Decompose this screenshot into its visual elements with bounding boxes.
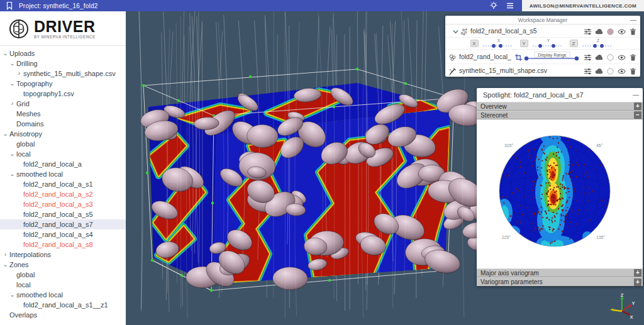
sidebar-item-label: fold2_rand_local_a_s8 — [23, 240, 93, 250]
axis-range-slider[interactable]: Z — [579, 38, 616, 49]
chevron-down-icon[interactable]: ⌄ — [8, 149, 16, 159]
axis-chip[interactable]: Y — [520, 40, 528, 47]
visibility-eye-icon[interactable] — [618, 53, 626, 61]
workspace-manager-title: Workspace Manager — [459, 17, 626, 23]
collapse-button[interactable]: − — [634, 111, 641, 119]
chevron-down-icon[interactable]: ⌄ — [8, 79, 16, 89]
chevron-down-icon[interactable]: ⌄ — [1, 260, 9, 270]
crop-icon[interactable] — [514, 53, 523, 61]
sidebar-item-fold2-rand-local-a-s3[interactable]: fold2_rand_local_a_s3 — [0, 199, 126, 209]
chevron-down-icon[interactable]: ⌄ — [8, 58, 16, 69]
workspace-manager-minimize-button[interactable]: — — [626, 17, 640, 23]
section-major-axis-variogram[interactable]: Major axis variogram + — [477, 268, 643, 277]
sidebar-item-smoothed-local[interactable]: ⌄smoothed local — [0, 169, 126, 179]
sidebar-item-topography[interactable]: ⌄Topography — [0, 79, 126, 89]
workspace-axis-sliders-row: XXYYZZ — [445, 38, 640, 50]
sidebar-item-label: smoothed local — [16, 290, 63, 300]
axis-slider-x: XX — [470, 38, 516, 49]
sidebar-item-global[interactable]: global — [0, 270, 126, 280]
visibility-eye-icon[interactable] — [618, 67, 626, 75]
point-cloud-icon — [460, 27, 468, 35]
chevron-down-icon[interactable] — [452, 27, 460, 35]
display-range-slider[interactable]: Display Range — [523, 51, 580, 62]
sidebar-item-local[interactable]: local — [0, 280, 126, 290]
axis-range-slider[interactable]: Y — [530, 38, 566, 49]
sidebar-item-synthetic-15-multi-shape-csv[interactable]: ›synthetic_15_multi_shape.csv — [0, 69, 126, 79]
sidebar-item-label: fold2_rand_local_a_s5 — [23, 209, 93, 219]
workspace-row-anisotropy: fold2_rand_local_a_s5 — [445, 25, 640, 38]
svg-text:Z: Z — [597, 38, 599, 43]
color-swatch-icon[interactable] — [606, 27, 614, 35]
chevron-right-icon[interactable]: › — [15, 69, 23, 79]
color-swatch-empty-icon[interactable] — [606, 53, 614, 61]
tune-settings-icon[interactable] — [584, 67, 592, 75]
section-stereonet[interactable]: Stereonet − — [477, 111, 643, 119]
stereonet-plot[interactable]: 315°45°225°135° — [477, 119, 643, 268]
sidebar-item-fold2-rand-local-a-s5[interactable]: fold2_rand_local_a_s5 — [0, 209, 126, 219]
axis-chip[interactable]: X — [470, 40, 479, 47]
workspace-row-grid: fold2_rand_local_a_s1_ Display Range — [445, 50, 640, 64]
chevron-right-icon[interactable]: › — [8, 99, 16, 109]
chevron-down-icon[interactable]: ⌄ — [8, 169, 16, 179]
sidebar-item-label: Topography — [16, 79, 53, 89]
sidebar-item-meshes[interactable]: Meshes — [0, 109, 126, 119]
sidebar-item-drilling[interactable]: ⌄Drilling — [0, 58, 126, 69]
sidebar-item-topography1-csv[interactable]: topography1.csv — [0, 89, 126, 99]
chevron-down-icon[interactable]: ⌄ — [1, 129, 9, 139]
delete-trash-icon[interactable] — [629, 53, 637, 61]
sidebar-item-fold2-rand-local-a-s1-z1[interactable]: fold2_rand_local_a_s1__z1 — [0, 300, 126, 310]
cloud-download-icon[interactable] — [595, 67, 603, 75]
sidebar-item-uploads[interactable]: ⌄Uploads — [0, 48, 126, 58]
sidebar-item-fold2-rand-local-a[interactable]: fold2_rand_local_a — [0, 159, 126, 169]
sidebar-item-fold2-rand-local-a-s7[interactable]: fold2_rand_local_a_s7 — [0, 219, 126, 229]
bookmark-icon[interactable] — [5, 1, 14, 10]
sidebar-item-label: Zones — [9, 260, 29, 270]
chevron-down-icon[interactable]: ⌄ — [1, 48, 9, 58]
user-account-button[interactable]: AWILSON@MINERVAINTELLIGENCE.COM — [522, 0, 644, 11]
menu-list-icon[interactable] — [506, 1, 514, 10]
axis-range-slider[interactable]: X — [480, 38, 516, 49]
notifications-bulb-icon[interactable] — [489, 1, 498, 10]
axis-chip[interactable]: Z — [570, 40, 578, 47]
delete-trash-icon[interactable] — [629, 67, 637, 75]
visibility-eye-icon[interactable] — [618, 27, 626, 35]
sidebar-item-grid[interactable]: ›Grid — [0, 99, 126, 109]
gizmo-x-label: X — [630, 314, 633, 320]
cloud-download-icon[interactable] — [595, 27, 603, 35]
sidebar-item-interpolations[interactable]: ›Interpolations — [0, 250, 126, 260]
sidebar-item-label: Domains — [16, 119, 43, 129]
chevron-down-icon[interactable]: ⌄ — [8, 290, 16, 300]
sidebar-item-fold2-rand-local-a-s4[interactable]: fold2_rand_local_a_s4 — [0, 229, 126, 240]
expand-button[interactable]: + — [634, 278, 641, 286]
sidebar-item-fold2-rand-local-a-s2[interactable]: fold2_rand_local_a_s2 — [0, 189, 126, 199]
sidebar-item-label: global — [16, 139, 35, 149]
sidebar-item-fold2-rand-local-a-s8[interactable]: fold2_rand_local_a_s8 — [0, 240, 126, 250]
slider-handle[interactable] — [575, 57, 579, 60]
color-swatch-empty-icon[interactable] — [606, 67, 614, 75]
sidebar-item-overlaps[interactable]: Overlaps — [0, 310, 126, 320]
tune-settings-icon[interactable] — [584, 53, 592, 61]
tune-settings-icon[interactable] — [584, 27, 592, 35]
stereonet-azimuth-label: 135° — [596, 235, 605, 240]
sidebar-item-local[interactable]: ⌄local — [0, 149, 126, 159]
drillhole-icon — [448, 67, 457, 75]
workspace-manager-header: Workspace Manager — — [445, 16, 640, 25]
section-overview[interactable]: Overview + — [477, 102, 643, 111]
orientation-axes-gizmo[interactable]: Z Y X — [608, 292, 636, 321]
spotlight-minimize-button[interactable]: — — [629, 92, 643, 98]
cloud-download-icon[interactable] — [595, 53, 603, 61]
sidebar-item-fold2-rand-local-a-s1[interactable]: fold2_rand_local_a_s1 — [0, 179, 126, 189]
chevron-right-icon[interactable]: › — [1, 250, 9, 260]
sidebar-item-domains[interactable]: Domains — [0, 119, 126, 129]
expand-button[interactable]: + — [634, 269, 641, 277]
sidebar-item-zones[interactable]: ⌄Zones — [0, 260, 126, 270]
expand-button[interactable]: + — [634, 102, 641, 110]
sidebar-item-global[interactable]: global — [0, 139, 126, 149]
section-variogram-parameters[interactable]: Variogram parameters + — [477, 277, 643, 286]
workspace-manager-panel: Workspace Manager — fold2_rand_local_a_s… — [445, 16, 640, 77]
delete-trash-icon[interactable] — [629, 27, 637, 35]
sidebar-item-anisotropy[interactable]: ⌄Anisotropy — [0, 129, 126, 139]
sidebar-item-smoothed-local[interactable]: ⌄smoothed local — [0, 290, 126, 300]
project-title: Project: synthetic_16_fold2 — [19, 3, 97, 9]
slider-handle[interactable] — [525, 57, 528, 60]
